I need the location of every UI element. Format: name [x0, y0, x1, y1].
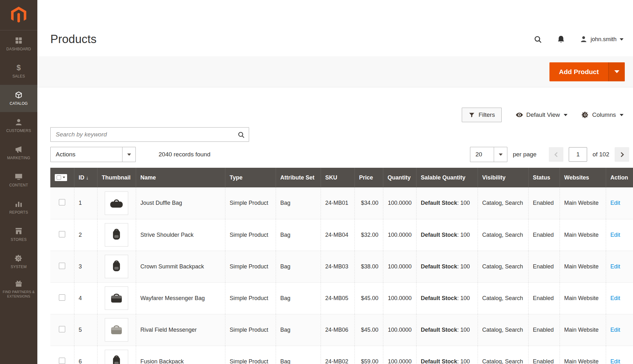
cell-type: Simple Product — [225, 314, 276, 346]
bag-messenger-icon — [109, 291, 124, 305]
cell-salable-quantity: Default Stock: 100 — [416, 219, 478, 251]
sidebar-item-label: SALES — [11, 74, 26, 79]
select-all-dropdown[interactable] — [55, 174, 67, 181]
chevron-down-icon — [620, 114, 624, 116]
bag-backpack-icon — [109, 259, 124, 274]
sidebar: DASHBOARD $ SALES CATALOG CUSTOMERS MARK… — [0, 0, 37, 364]
customers-icon — [15, 118, 23, 126]
cell-visibility: Catalog, Search — [478, 251, 528, 282]
dashboard-icon — [15, 36, 23, 45]
account-username: john.smith — [591, 36, 617, 43]
previous-page-button[interactable] — [549, 147, 563, 162]
reports-icon — [15, 200, 23, 208]
filters-button[interactable]: Filters — [462, 108, 502, 122]
edit-link[interactable]: Edit — [611, 295, 620, 301]
content-icon — [15, 173, 23, 181]
edit-link[interactable]: Edit — [611, 358, 620, 364]
per-page-label: per page — [513, 151, 536, 158]
sidebar-item-catalog[interactable]: CATALOG — [0, 85, 37, 112]
sidebar-item-label: CATALOG — [9, 101, 29, 106]
edit-link[interactable]: Edit — [611, 232, 620, 238]
edit-link[interactable]: Edit — [611, 327, 620, 333]
magento-logo-icon — [11, 7, 26, 24]
column-header-quantity[interactable]: Quantity — [383, 168, 416, 187]
edit-link[interactable]: Edit — [611, 263, 620, 270]
search-input[interactable] — [51, 128, 249, 141]
bag-backpack-icon — [109, 228, 124, 242]
cell-visibility: Catalog, Search — [478, 219, 528, 251]
cell-type: Simple Product — [225, 251, 276, 282]
current-page-input[interactable] — [569, 147, 587, 162]
column-header-visibility[interactable]: Visibility — [478, 168, 528, 187]
sidebar-item-system[interactable]: SYSTEM — [0, 248, 37, 275]
cell-price: $32.00 — [354, 219, 383, 251]
records-count: 2040 records found — [159, 151, 210, 158]
cell-websites: Main Website — [560, 346, 606, 364]
column-header-salable-quantity[interactable]: Salable Quantity — [416, 168, 478, 187]
column-header-price[interactable]: Price — [354, 168, 383, 187]
sidebar-item-customers[interactable]: CUSTOMERS — [0, 112, 37, 139]
sidebar-item-sales[interactable]: $ SALES — [0, 58, 37, 85]
search-row — [50, 127, 624, 142]
column-header-sku[interactable]: SKU — [321, 168, 354, 187]
edit-link[interactable]: Edit — [611, 200, 620, 206]
search-icon[interactable] — [534, 35, 542, 44]
row-checkbox[interactable] — [59, 294, 65, 301]
product-thumbnail — [105, 223, 128, 247]
row-checkbox[interactable] — [59, 263, 65, 269]
sidebar-item-marketing[interactable]: MARKETING — [0, 139, 37, 166]
chevron-down-icon — [614, 70, 619, 73]
row-checkbox[interactable] — [59, 358, 65, 364]
product-thumbnail — [105, 286, 128, 310]
column-header-action[interactable]: Action — [606, 168, 633, 187]
cell-status: Enabled — [528, 219, 560, 251]
columns-control[interactable]: Columns — [581, 111, 624, 119]
row-checkbox[interactable] — [59, 199, 65, 205]
cell-id: 1 — [74, 187, 97, 219]
column-header-status[interactable]: Status — [528, 168, 560, 187]
sidebar-item-stores[interactable]: STORES — [0, 221, 37, 248]
view-switcher[interactable]: Default View — [516, 111, 567, 119]
add-product-label[interactable]: Add Product — [549, 62, 608, 81]
cell-visibility: Catalog, Search — [478, 282, 528, 314]
sidebar-item-label: DASHBOARD — [5, 47, 32, 52]
sidebar-item-label: FIND PARTNERS & EXTENSIONS — [0, 290, 37, 299]
add-product-split-toggle[interactable] — [608, 62, 625, 81]
chevron-right-icon — [619, 152, 624, 157]
sidebar-item-find-partners[interactable]: FIND PARTNERS & EXTENSIONS — [0, 275, 37, 303]
next-page-button[interactable] — [615, 147, 629, 162]
row-checkbox[interactable] — [59, 326, 65, 332]
select-all-checkbox[interactable] — [57, 175, 61, 180]
product-thumbnail — [105, 318, 128, 342]
main-content: Products john.smith Add Product — [37, 0, 633, 364]
column-header-type[interactable]: Type — [225, 168, 276, 187]
cell-visibility: Catalog, Search — [478, 187, 528, 219]
grid-controls: Filters Default View Columns — [50, 108, 624, 122]
sidebar-item-dashboard[interactable]: DASHBOARD — [0, 30, 37, 58]
sidebar-item-reports[interactable]: REPORTS — [0, 194, 37, 221]
sidebar-item-content[interactable]: CONTENT — [0, 166, 37, 194]
add-product-button[interactable]: Add Product — [549, 62, 625, 81]
column-header-websites[interactable]: Websites — [560, 168, 606, 187]
column-header-attribute-set[interactable]: Attribute Set — [276, 168, 321, 187]
sidebar-item-label: STORES — [10, 237, 28, 242]
column-header-thumbnail[interactable]: Thumbnail — [97, 168, 136, 187]
catalog-icon — [15, 91, 23, 99]
column-header-name[interactable]: Name — [136, 168, 225, 187]
account-menu[interactable]: john.smith — [580, 35, 624, 43]
bag-backpack-icon — [109, 354, 124, 364]
sort-desc-icon: ↓ — [86, 175, 89, 180]
magento-logo[interactable] — [0, 0, 37, 30]
column-header-id[interactable]: ID↓ — [74, 168, 97, 187]
cell-attribute-set: Bag — [276, 187, 321, 219]
actions-dropdown[interactable]: Actions — [50, 147, 136, 162]
chevron-left-icon — [554, 152, 559, 157]
cell-price: $34.00 — [354, 187, 383, 219]
notifications-bell-icon[interactable] — [557, 35, 565, 44]
cell-salable-quantity: Default Stock: 100 — [416, 187, 478, 219]
per-page-dropdown[interactable]: 20 — [470, 147, 507, 162]
search-submit-icon[interactable] — [236, 130, 246, 140]
cell-websites: Main Website — [560, 251, 606, 282]
columns-label: Columns — [592, 111, 616, 118]
row-checkbox[interactable] — [59, 231, 65, 237]
